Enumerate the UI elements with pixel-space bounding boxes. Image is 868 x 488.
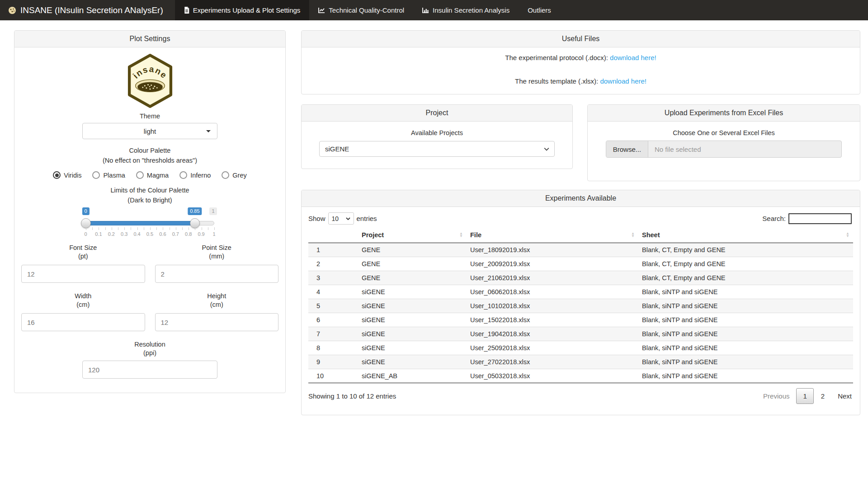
resolution-unit: (ppi) (14, 349, 285, 357)
column-header-project[interactable]: Project▲▼ (358, 227, 467, 243)
tab-label: Outliers (528, 6, 551, 14)
radio-viridis[interactable]: Viridis (53, 171, 81, 179)
plot-settings-title: Plot Settings (14, 31, 285, 47)
table-row[interactable]: 4siGENEUser_06062018.xlsxBlank, siNTP an… (308, 285, 853, 299)
palette-limits-label: Limits of the Colour Palette (14, 186, 285, 195)
column-header-index[interactable] (308, 227, 358, 243)
slider-to-value: 0.85 (188, 207, 202, 215)
radio-grey[interactable]: Grey (222, 171, 246, 179)
width-input[interactable] (21, 313, 145, 331)
cookie-icon (8, 6, 16, 14)
radio-inferno[interactable]: Inferno (179, 171, 211, 179)
insane-logo: insane (126, 53, 175, 108)
table-row[interactable]: 9siGENEUser_27022018.xlsxBlank, siNTP an… (308, 355, 853, 369)
table-row[interactable]: 1GENEUser_18092019.xlsxBlank, CT, Empty … (308, 243, 853, 257)
table-row[interactable]: 8siGENEUser_25092018.xlsxBlank, siNTP an… (308, 341, 853, 355)
theme-select[interactable]: light (82, 123, 217, 139)
page-length-control: Show 10 entries (308, 212, 377, 225)
table-header-row: Project▲▼ File▲▼ Sheet▲▼ (308, 227, 853, 243)
project-panel: Project Available Projects siGENE (301, 104, 573, 169)
available-projects-select[interactable]: siGENE (319, 141, 555, 157)
table-row[interactable]: 2GENEUser_20092019.xlsxBlank, CT, Empty … (308, 257, 853, 271)
column-header-file[interactable]: File▲▼ (467, 227, 638, 243)
file-icon (184, 7, 189, 14)
page-length-select[interactable]: 10 (328, 212, 354, 225)
slider-handle-to[interactable] (190, 218, 200, 228)
font-size-unit: (pt) (21, 252, 145, 261)
useful-files-panel: Useful Files The experimental protocol (… (301, 30, 860, 94)
height-unit: (cm) (155, 300, 279, 309)
tab-experiments-upload-plot-settings[interactable]: Experiments Upload & Plot Settings (175, 0, 310, 20)
file-status: No file selected (648, 141, 841, 157)
radio-dot-icon (92, 171, 100, 179)
pagination-next[interactable]: Next (838, 392, 852, 400)
height-label: Height (155, 292, 279, 300)
radio-dot-icon (136, 171, 144, 179)
table-row[interactable]: 6siGENEUser_15022018.xlsxBlank, siNTP an… (308, 313, 853, 327)
caret-down-icon (206, 130, 211, 132)
table-footer: Showing 1 to 10 of 12 entries Previous 1… (302, 383, 860, 404)
choose-files-label: Choose One or Several Excel Files (588, 129, 860, 137)
table-row[interactable]: 7siGENEUser_19042018.xlsxBlank, siNTP an… (308, 327, 853, 341)
chart-line-icon (318, 7, 325, 14)
search-input[interactable] (788, 213, 852, 224)
download-template-link[interactable]: download here! (600, 77, 646, 85)
chevron-down-icon (346, 217, 350, 220)
pagination: Previous 1 2 Next (763, 388, 852, 404)
available-projects-value: siGENE (325, 145, 349, 153)
tab-label: Technical Quality-Control (329, 6, 404, 14)
column-header-sheet[interactable]: Sheet▲▼ (638, 227, 853, 243)
project-title: Project (302, 105, 572, 122)
upload-panel: Upload Experiments from Excel Files Choo… (587, 104, 860, 181)
table-info: Showing 1 to 10 of 12 entries (308, 392, 396, 400)
experiments-title: Experiments Available (302, 190, 860, 207)
page-length-value: 10 (332, 215, 339, 222)
slider-tick-labels: 0 0.1 0.2 0.3 0.4 0.5 0.6 0.7 0.8 0.9 1 (86, 231, 214, 238)
palette-limits-sublabel: (Dark to Bright) (14, 196, 285, 205)
slider-handle-from[interactable] (81, 218, 91, 228)
file-input[interactable]: Browse... No file selected (606, 141, 842, 158)
tab-label: Experiments Upload & Plot Settings (193, 6, 301, 14)
protocol-line: The experimental protocol (.docx): downl… (302, 53, 860, 62)
slider-max-label: 1 (209, 207, 217, 215)
pagination-page-1[interactable]: 1 (796, 388, 813, 404)
experiments-table: Project▲▼ File▲▼ Sheet▲▼ 1GENEUser_18092… (308, 227, 853, 383)
tab-outliers[interactable]: Outliers (519, 0, 560, 20)
table-row[interactable]: 10siGENE_ABUser_05032018.xlsxBlank, siNT… (308, 369, 853, 383)
palette-limits-slider[interactable]: 0 0.85 1 0 0.1 0.2 0.3 0.4 0.5 0.6 0.7 0… (86, 207, 214, 240)
table-row[interactable]: 5siGENEUser_10102018.xlsxBlank, siNTP an… (308, 299, 853, 313)
useful-files-title: Useful Files (302, 31, 860, 47)
nav-tabs: Experiments Upload & Plot Settings Techn… (175, 0, 560, 20)
sort-icon: ▲▼ (459, 232, 463, 238)
slider-selected-bar (86, 221, 195, 225)
height-input[interactable] (155, 313, 279, 331)
browse-button[interactable]: Browse... (606, 141, 648, 157)
upload-title: Upload Experiments from Excel Files (588, 105, 860, 122)
available-projects-label: Available Projects (302, 129, 572, 137)
point-size-label: Point Size (155, 244, 279, 252)
radio-dot-icon (53, 171, 61, 179)
point-size-input[interactable] (155, 265, 279, 283)
pagination-page-2[interactable]: 2 (818, 389, 828, 404)
show-label: Show (308, 215, 326, 222)
navbar-brand: INSANE (INsulin Secretion ANalysEr) (0, 0, 171, 20)
resolution-input[interactable] (82, 361, 217, 379)
slider-ticks (86, 227, 215, 230)
download-protocol-link[interactable]: download here! (610, 54, 656, 61)
colour-palette-sublabel: (No effect on "thresholds areas") (14, 156, 285, 165)
sort-icon: ▲▼ (631, 232, 635, 238)
tab-insulin-secretion-analysis[interactable]: Insulin Secretion Analysis (413, 0, 519, 20)
font-size-input[interactable] (21, 265, 145, 283)
colour-palette-radio-group: Viridis Plasma Magma Inferno Grey (14, 171, 285, 179)
search-label: Search: (762, 215, 786, 222)
experiments-panel: Experiments Available Show 10 entries Se… (301, 190, 860, 415)
font-size-label: Font Size (21, 244, 145, 252)
radio-plasma[interactable]: Plasma (92, 171, 125, 179)
table-row[interactable]: 3GENEUser_21062019.xlsxBlank, CT, Empty … (308, 271, 853, 285)
colour-palette-label: Colour Palette (14, 146, 285, 155)
tab-technical-quality-control[interactable]: Technical Quality-Control (309, 0, 413, 20)
point-size-unit: (mm) (155, 252, 279, 261)
radio-magma[interactable]: Magma (136, 171, 169, 179)
pagination-previous[interactable]: Previous (763, 392, 789, 400)
width-label: Width (21, 292, 145, 300)
